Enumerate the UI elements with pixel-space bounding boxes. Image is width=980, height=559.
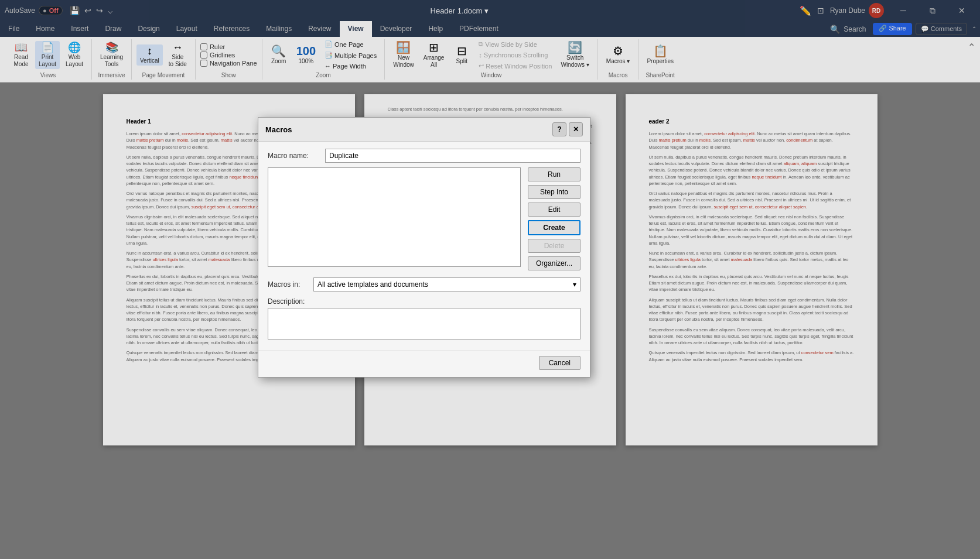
macros-in-label: Macros in:: [268, 280, 309, 289]
dialog-footer: Cancel: [258, 351, 590, 377]
macro-name-input[interactable]: [325, 149, 581, 163]
step-into-button[interactable]: Step Into: [528, 185, 581, 199]
macro-list[interactable]: [268, 167, 521, 267]
run-button[interactable]: Run: [528, 167, 581, 181]
macros-in-chevron-icon: ▾: [573, 280, 576, 289]
description-label: Description:: [268, 297, 581, 306]
macros-in-dropdown[interactable]: All active templates and documents ▾: [313, 277, 581, 291]
dialog-close-button[interactable]: ✕: [569, 122, 583, 136]
dialog-help-button[interactable]: ?: [552, 122, 566, 136]
create-button[interactable]: Create: [528, 220, 581, 235]
organizer-button[interactable]: Organizer...: [528, 256, 581, 270]
macros-dialog: Macros ? ✕ Macro name: Run Step Into Edi…: [258, 117, 590, 378]
edit-button[interactable]: Edit: [528, 203, 581, 217]
dialog-title-text: Macros: [265, 125, 292, 134]
macros-in-value: All active templates and documents: [317, 280, 428, 289]
dialog-action-buttons: Run Step Into Edit Create Delete Organiz…: [528, 167, 581, 270]
dialog-list-area: [268, 167, 521, 270]
modal-overlay: Macros ? ✕ Macro name: Run Step Into Edi…: [0, 0, 980, 559]
macro-name-row: Macro name:: [268, 149, 581, 163]
macros-in-row: Macros in: All active templates and docu…: [268, 277, 581, 291]
macro-name-label: Macro name:: [268, 152, 320, 160]
cancel-button[interactable]: Cancel: [539, 356, 581, 370]
description-row: Description:: [268, 297, 581, 341]
description-input[interactable]: [268, 308, 581, 339]
dialog-main: Run Step Into Edit Create Delete Organiz…: [268, 167, 581, 270]
dialog-controls: ? ✕: [552, 122, 583, 136]
dialog-title-bar: Macros ? ✕: [258, 118, 590, 142]
dialog-body: Macro name: Run Step Into Edit Create De…: [258, 142, 590, 348]
delete-button[interactable]: Delete: [528, 239, 581, 253]
